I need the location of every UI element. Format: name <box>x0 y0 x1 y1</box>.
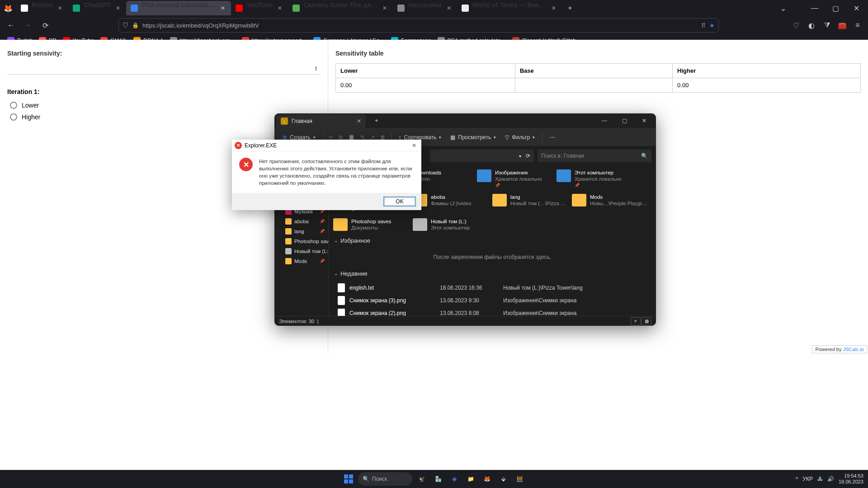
shield-icon: ⛉ <box>123 22 128 29</box>
error-dialog: ✕ Explorer.EXE ✕ ✕ Нет приложения, сопос… <box>232 140 421 210</box>
quick-access-item[interactable]: ModsНовы…\People Playground <box>571 193 649 214</box>
explorer-maximize[interactable]: ▢ <box>614 114 634 127</box>
close-icon[interactable]: ✕ <box>381 5 388 12</box>
maximize-button[interactable]: ▢ <box>826 1 845 15</box>
clock[interactable]: 19:54:53 18.06.2023 <box>839 473 863 485</box>
file-icon <box>338 283 345 292</box>
close-icon[interactable]: ✕ <box>57 5 64 12</box>
firefox-icon[interactable]: 🦊 <box>480 472 494 486</box>
more-button[interactable]: ⋯ <box>546 132 559 142</box>
calculator-icon[interactable]: 🧮 <box>513 472 526 486</box>
pin-icon: 📌 <box>415 182 473 188</box>
browser-tab[interactable]: PSA method calculator - JSCalc.io✕ <box>126 1 231 15</box>
folder-icon <box>413 218 427 231</box>
quick-access-item[interactable]: ИзображенияХранится локально📌 <box>476 169 554 189</box>
quick-access-item[interactable]: abobaФиммы (J:)\video <box>412 193 490 214</box>
close-icon[interactable]: ✕ <box>114 5 122 12</box>
error-message: Нет приложения, сопоставленного с этим ф… <box>259 158 414 187</box>
quick-access-item[interactable]: Photoshop savesДокументы <box>332 217 410 232</box>
browser-tab[interactable]: YouTube✕ <box>231 1 288 15</box>
refresh-icon[interactable]: ⟳ <box>526 153 530 159</box>
browser-tab[interactable]: ChatGPT✕ <box>68 1 126 15</box>
browser-tab[interactable]: World of Tanks — Википедия✕ <box>457 1 562 15</box>
wot-icon[interactable]: ⬙ <box>496 472 510 486</box>
close-icon[interactable]: ✕ <box>445 5 453 12</box>
close-tab-icon[interactable]: ✕ <box>357 118 361 124</box>
taskbar: 🔍Поиск 🦅 🏪 ◉ 📁 🦊 ⬙ 🧮 ^ УКР 🖧 🔊 19:54:53 … <box>0 470 868 488</box>
quick-access-item[interactable]: langНовый том (…\Pizza Tower <box>491 193 569 214</box>
grid-view-icon[interactable]: ▦ <box>642 317 651 325</box>
nav-item[interactable]: Photoshop save📌 <box>274 236 328 246</box>
radio-lower[interactable]: Lower <box>7 102 321 109</box>
search-icon: 🔍 <box>363 476 369 482</box>
store-icon[interactable]: 🏪 <box>431 472 445 486</box>
close-icon[interactable]: ✕ <box>276 5 283 12</box>
nav-item[interactable]: aboba📌 <box>274 216 328 226</box>
filter-button[interactable]: ▽ Фильтр ▾ <box>501 132 538 142</box>
tray-chevron-icon[interactable]: ^ <box>796 476 798 482</box>
language-indicator[interactable]: УКР <box>802 476 813 482</box>
app-menu-button[interactable]: ≡ <box>851 19 864 32</box>
window-close-button[interactable]: ✕ <box>846 1 866 15</box>
extensions-icon[interactable]: ⧩ <box>820 19 834 32</box>
browser-tab[interactable]: Скачать Game Fire для Windo…✕ <box>288 1 393 15</box>
explorer-titlebar[interactable]: ⌂ Главная ✕ + — ▢ ✕ <box>274 113 656 128</box>
details-view-icon[interactable]: ≡ <box>631 317 641 325</box>
network-icon[interactable]: 🖧 <box>817 476 823 482</box>
volume-icon[interactable]: 🔊 <box>827 476 834 482</box>
bookmark-star-icon[interactable]: ★ <box>709 22 715 29</box>
dialog-close-icon[interactable]: ✕ <box>410 142 419 149</box>
explorer-close[interactable]: ✕ <box>634 114 654 127</box>
favicon <box>21 5 28 12</box>
address-bar[interactable]: ▾ ⟳ <box>430 150 534 162</box>
svg-rect-1 <box>349 474 353 479</box>
nav-item[interactable]: Новый том (L:)📌 <box>274 246 328 256</box>
sensitivity-field[interactable] <box>7 65 314 72</box>
taskbar-search[interactable]: 🔍Поиск <box>358 472 412 486</box>
tab-bar: 🦊 Roblox✕ChatGPT✕PSA method calculator -… <box>0 0 868 16</box>
browser-tab[interactable]: Настройки✕ <box>393 1 457 15</box>
recent-file-row[interactable]: Снимок экрана (3).png13.06.2023 9:30Изоб… <box>334 294 651 307</box>
favorites-section[interactable]: ⌄Избранное <box>329 234 656 248</box>
explorer-icon[interactable]: 📁 <box>464 472 477 486</box>
new-tab-button[interactable]: + <box>564 2 576 14</box>
chevron-down-icon[interactable]: ▾ <box>519 154 521 159</box>
quick-access-item[interactable]: Этот компьютерХранится локально📌 <box>556 169 633 189</box>
recent-file-row[interactable]: english.txt18.06.2023 16:36Новый том (L:… <box>334 282 651 294</box>
starting-sensitivity-input[interactable]: ▲▼ <box>7 63 321 75</box>
quick-access-item[interactable]: Новый том (L:)Этот компьютер <box>412 217 490 232</box>
minimize-button[interactable]: — <box>805 1 825 15</box>
radio-higher[interactable]: Higher <box>7 113 321 121</box>
folder-icon <box>557 169 571 182</box>
col-base: Base <box>515 64 672 78</box>
browser-tab[interactable]: Roblox✕ <box>16 1 68 15</box>
explorer-tab[interactable]: ⌂ Главная ✕ <box>276 114 366 128</box>
back-button[interactable]: ← <box>4 18 18 33</box>
powered-by-badge[interactable]: Powered by JSCalc.io <box>812 345 867 353</box>
sensitivity-table-title: Sensitivity table <box>335 50 861 57</box>
tab-overflow-icon[interactable]: ⌄ <box>773 1 793 15</box>
explorer-new-tab[interactable]: + <box>370 114 383 127</box>
pocket-icon[interactable]: ♡ <box>789 19 803 32</box>
nav-item[interactable]: Mods📌 <box>274 256 328 266</box>
translate-icon[interactable]: ⠿ <box>701 22 706 29</box>
start-button[interactable] <box>342 472 355 486</box>
firefox-menu-icon[interactable]: 🦊 <box>4 4 16 13</box>
ok-button[interactable]: OK <box>383 197 416 206</box>
discord-icon[interactable]: ◉ <box>448 472 461 486</box>
reload-button[interactable]: ⟳ <box>38 18 52 33</box>
close-icon[interactable]: ✕ <box>219 5 226 12</box>
explorer-minimize[interactable]: — <box>594 114 614 127</box>
sensitivity-table: Lower Base Higher 0.00 0.00 <box>335 63 861 93</box>
view-button[interactable]: ▦ Просмотреть ▾ <box>447 132 500 142</box>
eagle-icon[interactable]: 🦅 <box>415 472 429 486</box>
toolbox-icon[interactable]: 🧰 <box>835 19 849 32</box>
url-bar[interactable]: ⛉ 🔒 https://jscalc.io/embed/vqOrqXRpMgmw… <box>118 18 719 33</box>
recent-section[interactable]: ⌄Недавние <box>329 267 656 281</box>
spinner-icon[interactable]: ▲▼ <box>314 66 321 71</box>
explorer-search[interactable]: Поиск в: Главная 🔍 <box>538 150 651 162</box>
close-icon[interactable]: ✕ <box>550 5 557 12</box>
nav-item[interactable]: lang📌 <box>274 226 328 236</box>
error-titlebar[interactable]: ✕ Explorer.EXE ✕ <box>232 140 421 151</box>
account-icon[interactable]: ◐ <box>805 19 818 32</box>
